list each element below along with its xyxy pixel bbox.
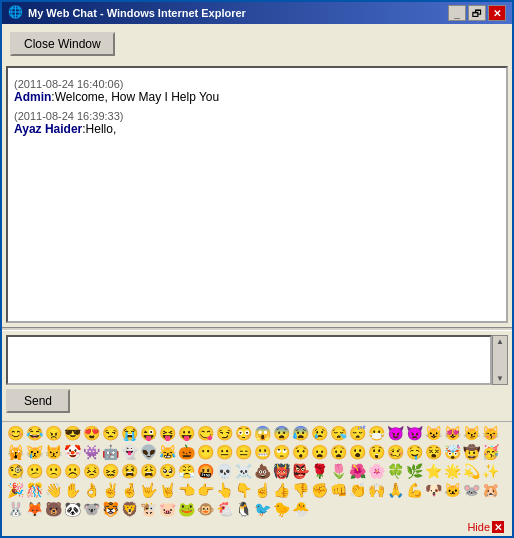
emoji-item[interactable]: 🌿 — [405, 462, 423, 480]
emoji-item[interactable]: 😾 — [44, 443, 62, 461]
send-button[interactable]: Send — [6, 389, 70, 413]
emoji-item[interactable]: 🌷 — [329, 462, 347, 480]
emoji-item[interactable]: 🌟 — [443, 462, 461, 480]
emoji-item[interactable]: 😎 — [63, 424, 81, 442]
emoji-item[interactable]: 🤟 — [139, 481, 157, 499]
emoji-item[interactable]: 🦁 — [120, 500, 138, 518]
emoji-item[interactable]: 🤠 — [462, 443, 480, 461]
emoji-item[interactable]: 🤘 — [158, 481, 176, 499]
emoji-item[interactable]: 😦 — [310, 443, 328, 461]
emoji-item[interactable]: 🐣 — [291, 500, 309, 518]
emoji-item[interactable]: 🐸 — [177, 500, 195, 518]
emoji-item[interactable]: 😹 — [158, 443, 176, 461]
emoji-item[interactable]: 😭 — [120, 424, 138, 442]
restore-button[interactable]: 🗗 — [468, 5, 486, 21]
emoji-item[interactable]: 👺 — [291, 462, 309, 480]
emoji-item[interactable]: ☠️ — [234, 462, 252, 480]
close-window-button[interactable]: Close Window — [10, 32, 115, 56]
emoji-item[interactable]: 🐻 — [44, 500, 62, 518]
emoji-item[interactable]: 😛 — [177, 424, 195, 442]
emoji-item[interactable]: 😏 — [215, 424, 233, 442]
emoji-item[interactable]: 👏 — [348, 481, 366, 499]
emoji-item[interactable]: 🤞 — [120, 481, 138, 499]
emoji-item[interactable]: 🤯 — [443, 443, 461, 461]
emoji-item[interactable]: 😝 — [158, 424, 176, 442]
emoji-item[interactable]: 👆 — [215, 481, 233, 499]
emoji-item[interactable]: 🤬 — [196, 462, 214, 480]
emoji-item[interactable]: 👈 — [177, 481, 195, 499]
emoji-item[interactable]: 😈 — [386, 424, 404, 442]
emoji-item[interactable]: 😿 — [25, 443, 43, 461]
emoji-item[interactable]: 😮 — [348, 443, 366, 461]
emoji-item[interactable]: 🍀 — [386, 462, 404, 480]
emoji-item[interactable]: 👌 — [82, 481, 100, 499]
emoji-item[interactable]: 👽 — [139, 443, 157, 461]
emoji-item[interactable]: 👇 — [234, 481, 252, 499]
emoji-item[interactable]: 🐮 — [139, 500, 157, 518]
emoji-item[interactable]: 🐹 — [481, 481, 499, 499]
emoji-item[interactable]: 😽 — [481, 424, 499, 442]
emoji-item[interactable]: 👉 — [196, 481, 214, 499]
emoji-item[interactable]: 👍 — [272, 481, 290, 499]
emoji-item[interactable]: 😫 — [120, 462, 138, 480]
emoji-item[interactable]: 👊 — [329, 481, 347, 499]
close-button[interactable]: ✕ — [488, 5, 506, 21]
emoji-item[interactable]: ☹️ — [63, 462, 81, 480]
emoji-item[interactable]: 🧐 — [6, 462, 24, 480]
emoji-item[interactable]: 😒 — [101, 424, 119, 442]
emoji-item[interactable]: 🐨 — [82, 500, 100, 518]
emoji-item[interactable]: 😂 — [25, 424, 43, 442]
emoji-item[interactable]: 😴 — [348, 424, 366, 442]
emoji-item[interactable]: 🥺 — [158, 462, 176, 480]
emoji-item[interactable]: ✋ — [63, 481, 81, 499]
emoji-item[interactable]: 🎊 — [25, 481, 43, 499]
emoji-item[interactable]: 😷 — [367, 424, 385, 442]
emoji-item[interactable]: 😐 — [215, 443, 233, 461]
emoji-item[interactable]: 🙄 — [272, 443, 290, 461]
emoji-item[interactable]: 🐼 — [63, 500, 81, 518]
emoji-item[interactable]: ⭐ — [424, 462, 442, 480]
emoji-item[interactable]: 👹 — [272, 462, 290, 480]
emoji-item[interactable]: 👋 — [44, 481, 62, 499]
emoji-item[interactable]: ✨ — [481, 462, 499, 480]
emoji-item[interactable]: 👿 — [405, 424, 423, 442]
emoji-item[interactable]: 🙌 — [367, 481, 385, 499]
emoji-item[interactable]: 🐤 — [272, 500, 290, 518]
emoji-item[interactable]: 👎 — [291, 481, 309, 499]
emoji-item[interactable]: 🐷 — [158, 500, 176, 518]
emoji-item[interactable]: 😼 — [462, 424, 480, 442]
emoji-item[interactable]: 😲 — [367, 443, 385, 461]
emoji-item[interactable]: 😧 — [329, 443, 347, 461]
emoji-item[interactable]: ☝️ — [253, 481, 271, 499]
emoji-item[interactable]: 🐦 — [253, 500, 271, 518]
emoji-item[interactable]: 😬 — [253, 443, 271, 461]
emoji-item[interactable]: 🦊 — [25, 500, 43, 518]
emoji-item[interactable]: 🐵 — [196, 500, 214, 518]
emoji-item[interactable]: ✊ — [310, 481, 328, 499]
emoji-item[interactable]: 😊 — [6, 424, 24, 442]
emoji-item[interactable]: 🐧 — [234, 500, 252, 518]
emoji-item[interactable]: 💩 — [253, 462, 271, 480]
emoji-item[interactable]: 😜 — [139, 424, 157, 442]
emoji-item[interactable]: 😳 — [234, 424, 252, 442]
emoji-item[interactable]: 🙏 — [386, 481, 404, 499]
emoji-item[interactable]: 🎃 — [177, 443, 195, 461]
emoji-item[interactable]: 😠 — [44, 424, 62, 442]
emoji-item[interactable]: 🤤 — [405, 443, 423, 461]
emoji-item[interactable]: 😪 — [329, 424, 347, 442]
emoji-item[interactable]: 😱 — [253, 424, 271, 442]
emoji-item[interactable]: 😑 — [234, 443, 252, 461]
emoji-item[interactable]: 🌹 — [310, 462, 328, 480]
emoji-item[interactable]: 🤡 — [63, 443, 81, 461]
emoji-item[interactable]: 🥴 — [386, 443, 404, 461]
emoji-item[interactable]: 💫 — [462, 462, 480, 480]
emoji-item[interactable]: 😩 — [139, 462, 157, 480]
emoji-item[interactable]: 👻 — [120, 443, 138, 461]
emoji-item[interactable]: 🙁 — [44, 462, 62, 480]
emoji-item[interactable]: 😢 — [310, 424, 328, 442]
emoji-item[interactable]: 😕 — [25, 462, 43, 480]
minimize-button[interactable]: _ — [448, 5, 466, 21]
emoji-item[interactable]: 🙀 — [6, 443, 24, 461]
emoji-item[interactable]: 🎉 — [6, 481, 24, 499]
emoji-item[interactable]: 😵 — [424, 443, 442, 461]
